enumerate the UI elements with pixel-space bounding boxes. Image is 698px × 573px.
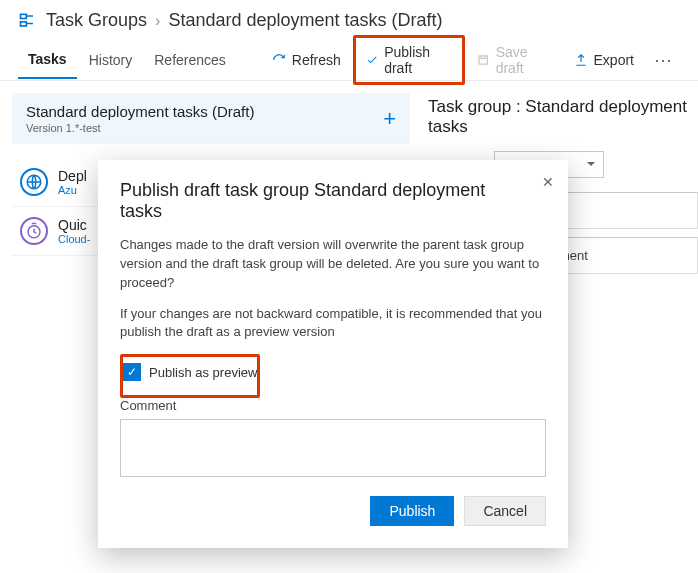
cancel-button[interactable]: Cancel <box>464 496 546 526</box>
task-title: Depl <box>58 168 87 184</box>
add-task-button[interactable]: + <box>383 106 396 132</box>
publish-draft-label: Publish draft <box>384 44 452 76</box>
more-button[interactable]: ⋯ <box>646 49 680 71</box>
toolbar: Tasks History References Refresh Publish… <box>0 39 698 81</box>
tab-references[interactable]: References <box>144 42 236 78</box>
task-subtitle: Azu <box>58 184 87 196</box>
tab-tasks[interactable]: Tasks <box>18 41 77 79</box>
svg-rect-1 <box>21 21 27 25</box>
tab-history[interactable]: History <box>79 42 143 78</box>
svg-rect-0 <box>21 14 27 18</box>
publish-draft-button[interactable]: Publish draft <box>353 35 466 85</box>
check-icon <box>366 53 378 67</box>
export-icon <box>574 53 588 67</box>
comment-textarea[interactable] <box>120 419 546 477</box>
chevron-right-icon: › <box>155 12 160 30</box>
dialog-title: Publish draft task group Standard deploy… <box>120 180 546 222</box>
dialog-warning-text: Changes made to the draft version will o… <box>120 236 546 293</box>
svg-rect-2 <box>479 55 487 63</box>
breadcrumb-page: Standard deployment tasks (Draft) <box>168 10 442 31</box>
refresh-icon <box>272 53 286 67</box>
checkbox-checked-icon: ✓ <box>123 363 141 381</box>
globe-icon <box>20 168 48 196</box>
export-label: Export <box>594 52 634 68</box>
timer-icon <box>20 217 48 245</box>
refresh-button[interactable]: Refresh <box>262 46 351 74</box>
refresh-label: Refresh <box>292 52 341 68</box>
breadcrumb-root[interactable]: Task Groups <box>46 10 147 31</box>
save-draft-label: Save draft <box>496 44 552 76</box>
task-group-version: Version 1.*-test <box>26 122 254 134</box>
dialog-recommend-text: If your changes are not backward compati… <box>120 305 546 343</box>
task-group-header[interactable]: Standard deployment tasks (Draft) Versio… <box>12 93 410 144</box>
task-subtitle: Cloud- <box>58 233 90 245</box>
task-group-title: Standard deployment tasks (Draft) <box>26 103 254 120</box>
publish-button[interactable]: Publish <box>370 496 454 526</box>
comment-label: Comment <box>120 398 546 413</box>
save-draft-button: Save draft <box>467 38 561 82</box>
task-group-icon <box>18 11 38 31</box>
save-icon <box>477 53 489 67</box>
export-button[interactable]: Export <box>564 46 644 74</box>
breadcrumb: Task Groups › Standard deployment tasks … <box>0 0 698 39</box>
publish-as-preview-checkbox[interactable]: ✓ Publish as preview <box>123 363 257 381</box>
details-heading: Task group : Standard deployment tasks <box>428 97 698 137</box>
checkbox-label: Publish as preview <box>149 365 257 380</box>
publish-dialog: ✕ Publish draft task group Standard depl… <box>98 160 568 548</box>
close-icon[interactable]: ✕ <box>542 174 554 190</box>
task-title: Quic <box>58 217 90 233</box>
